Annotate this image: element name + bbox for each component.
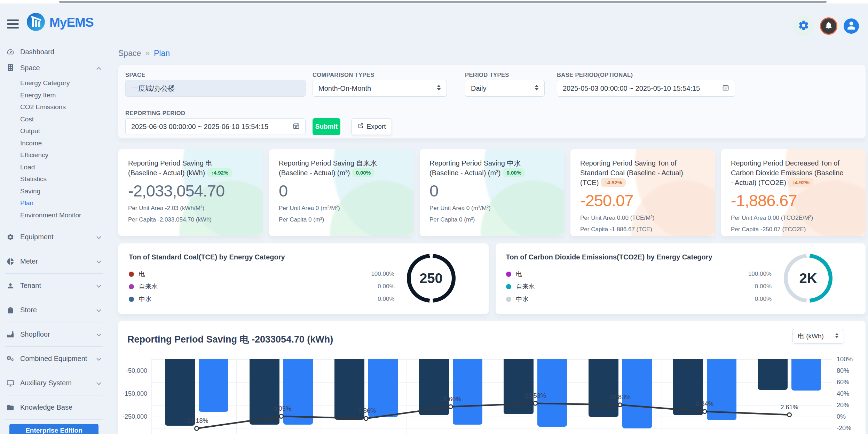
breadcrumb-space[interactable]: Space <box>118 49 141 58</box>
reporting-period-label: REPORTING PERIOD <box>125 110 185 116</box>
sidebar-item-output[interactable]: Output <box>20 125 108 137</box>
trend-badge: 0.00% <box>503 168 526 177</box>
settings-button[interactable] <box>794 16 814 36</box>
kpi-card-saving-water: Reporting Period Saving 自来水 (Baseline - … <box>269 149 413 236</box>
sidebar-item-space[interactable]: Space <box>0 60 108 76</box>
reporting-period-input[interactable]: 2025-06-03 00:00:00 ~ 2025-06-10 15:54:1… <box>125 118 306 135</box>
legend: 电 自来水 中水 <box>506 269 535 307</box>
line-marker[interactable] <box>364 417 368 420</box>
monitor-icon <box>6 379 15 387</box>
sidebar-item-energy-item[interactable]: Energy Item <box>20 89 108 102</box>
line-marker[interactable] <box>279 415 283 418</box>
sidebar-item-store[interactable]: Store <box>0 298 108 322</box>
sidebar-item-energy-category[interactable]: Energy Category <box>20 77 108 89</box>
legend-dot <box>506 272 511 277</box>
line-marker[interactable] <box>534 401 537 405</box>
legend-values: 100.00% 0.00% 0.00% <box>733 269 772 307</box>
top-navbar: MyEMS <box>0 3 868 41</box>
gears-icon <box>6 355 15 363</box>
main-content: Space»Plan SPACE 一度城/办公楼 COMPARISON TYPE… <box>108 41 868 434</box>
chevron-down-icon <box>96 282 102 290</box>
factory-icon <box>6 331 15 338</box>
line-marker[interactable] <box>703 410 707 413</box>
trend-badge: ↑4.92% <box>601 178 626 187</box>
line-marker[interactable] <box>788 413 791 417</box>
sidebar-item-income[interactable]: Income <box>20 137 108 150</box>
sidebar: Dashboard Space Energy Category Energy I… <box>0 41 108 434</box>
sidebar-item-tenant[interactable]: Tenant <box>0 274 108 298</box>
legend-dot <box>129 272 134 277</box>
period-types-select[interactable]: Daily <box>465 80 545 97</box>
line-marker[interactable] <box>618 403 622 407</box>
space-label: SPACE <box>125 72 145 78</box>
sidebar-item-load[interactable]: Load <box>20 161 108 174</box>
sidebar-item-dashboard[interactable]: Dashboard <box>0 44 108 60</box>
legend-dot <box>129 297 134 302</box>
breadcrumb: Space»Plan <box>118 49 170 58</box>
comparison-types-select[interactable]: Month-On-Month <box>313 80 447 97</box>
building-icon <box>6 64 15 72</box>
sidebar-item-equipment[interactable]: Equipment <box>0 225 108 249</box>
horizontal-scrollbar[interactable] <box>59 1 827 3</box>
select-arrows-icon <box>437 85 441 93</box>
donut-center-value: 2K <box>784 254 833 303</box>
kpi-value: -250.07 <box>580 191 705 210</box>
kpi-card-saving-electricity: Reporting Period Saving 电 (Baseline - Ac… <box>118 149 263 236</box>
gear-icon <box>798 19 810 33</box>
donut-cards-row: Ton of Standard Coal(TCE) by Energy Cate… <box>118 243 866 314</box>
export-button[interactable]: Export <box>352 118 392 135</box>
sidebar-item-saving[interactable]: Saving <box>20 185 108 198</box>
legend-values: 100.00% 0.00% 0.00% <box>356 269 395 307</box>
trend-badge: ↑4.92% <box>788 178 813 187</box>
gauge-icon <box>6 48 15 56</box>
chevron-down-icon <box>96 233 102 241</box>
sidebar-item-plan[interactable]: Plan <box>20 197 108 209</box>
kpi-value: -1,886.67 <box>731 191 856 210</box>
legend-dot <box>506 297 511 302</box>
chevron-down-icon <box>96 306 102 314</box>
kpi-card-decreased-tco2e: Reporting Period Decreased Ton of Carbon… <box>721 149 866 236</box>
hamburger-menu-icon[interactable] <box>7 19 19 29</box>
sidebar-item-meter[interactable]: Meter <box>0 249 108 273</box>
gear-icon <box>6 233 15 241</box>
tco2e-by-category-card: Ton of Carbon Dioxide Emissions(TCO2E) b… <box>496 243 866 314</box>
sidebar-item-knowledge-base[interactable]: Knowledge Base <box>0 395 108 419</box>
sidebar-item-environment-monitor[interactable]: Environment Monitor <box>20 209 108 222</box>
kpi-value: -2,033,054.70 <box>128 181 253 200</box>
folder-icon <box>6 404 15 411</box>
sidebar-item-combined-equipment[interactable]: Combined Equipment <box>0 347 108 371</box>
myems-logo-icon <box>26 13 45 33</box>
calendar-icon[interactable] <box>722 84 729 93</box>
period-types-label: PERIOD TYPES <box>465 72 509 78</box>
submit-button[interactable]: Submit <box>313 118 340 135</box>
chevron-down-icon <box>96 330 102 338</box>
user-avatar[interactable] <box>844 18 859 34</box>
bell-icon <box>824 21 833 31</box>
legend-dot <box>506 284 511 289</box>
sidebar-item-statistics[interactable]: Statistics <box>20 173 108 185</box>
breadcrumb-plan[interactable]: Plan <box>154 49 170 58</box>
kpi-card-saving-tce: Reporting Period Saving Ton of Standard … <box>570 149 715 236</box>
base-period-input[interactable]: 2025-05-03 00:00:00 ~ 2025-05-10 15:54:1… <box>557 80 735 97</box>
brand-logo[interactable]: MyEMS <box>26 13 94 33</box>
sidebar-item-cost[interactable]: Cost <box>20 113 108 126</box>
line-marker[interactable] <box>449 405 452 409</box>
calendar-icon[interactable] <box>293 122 300 131</box>
bar-line-chart: -50,000-150,000-250,000100%80%60%40%20%0… <box>118 321 866 434</box>
line-marker[interactable] <box>195 426 199 430</box>
notifications-button[interactable] <box>820 17 837 35</box>
chevron-down-icon <box>96 355 102 363</box>
pie-chart-icon <box>6 258 15 265</box>
kpi-cards-row: Reporting Period Saving 电 (Baseline - Ac… <box>118 149 866 236</box>
sidebar-item-auxiliary-system[interactable]: Auxiliary System <box>0 371 108 395</box>
space-input[interactable]: 一度城/办公楼 <box>125 80 306 97</box>
sidebar-item-efficiency[interactable]: Efficiency <box>20 149 108 161</box>
enterprise-edition-button[interactable]: Enterprise Edition <box>9 424 98 434</box>
person-icon <box>6 282 15 290</box>
export-icon <box>358 123 364 130</box>
sidebar-item-co2-emissions[interactable]: CO2 Emissions <box>20 101 108 113</box>
comparison-types-label: COMPARISON TYPES <box>313 72 374 78</box>
sidebar-item-shopfloor[interactable]: Shopfloor <box>0 322 108 346</box>
tce-by-category-card: Ton of Standard Coal(TCE) by Energy Cate… <box>118 243 489 314</box>
saving-chart-card: Reporting Period Saving 电 -2033054.70 (k… <box>118 321 866 434</box>
